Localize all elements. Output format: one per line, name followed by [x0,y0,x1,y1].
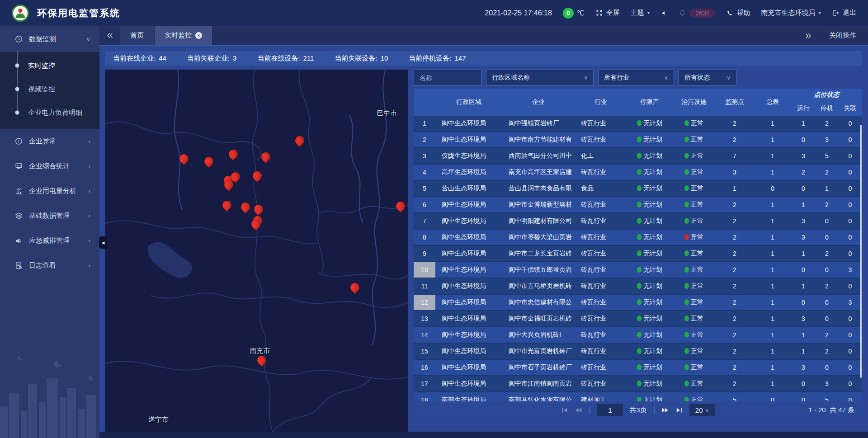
cell-lost: 0 [839,185,862,192]
sidebar-chevron-icon: ‹ [89,212,90,219]
mute-button[interactable] [660,9,668,17]
table-row[interactable]: 7 阆中生态环境局 阆中明阳建材有限公司 砖瓦行业 无计划 正常 2 1 3 0… [414,213,862,230]
cell-industry: 建材加工 [575,396,627,401]
cell-lost: 0 [839,136,862,143]
cell-region: 阆中生态环境局 [435,250,502,258]
cell-index: 17 [414,376,435,391]
table-row[interactable]: 1 阆中生态环境局 阆中强锐页岩砖厂 砖瓦行业 无计划 正常 2 1 1 2 0 [414,116,862,132]
sidebar-item[interactable]: 企业综合统计 ‹ [0,154,99,179]
first-page-button[interactable] [561,406,568,414]
cell-industry: 砖瓦行业 [575,282,627,290]
cell-facility-status: 正常 [672,184,716,193]
sidebar-item[interactable]: 企业用电量分析 ‹ [0,179,99,203]
sidebar-subitem[interactable]: 视频监控 [0,77,99,101]
status-dot-icon [684,299,689,305]
map-collapse-button[interactable]: ◀ [99,236,107,249]
table-row[interactable]: 2 阆中生态环境局 阆中市南方节能建材有 砖瓦行业 无计划 正常 2 1 0 3… [414,132,862,148]
table-row[interactable]: 12 阆中生态环境局 阆中市忠信建材有限公 砖瓦行业 无计划 正常 2 1 0 … [414,295,862,311]
map[interactable]: 巴中市 南充市 遂宁市 [105,70,408,432]
tabs-scroll-left-button[interactable] [99,26,120,45]
table-row[interactable]: 8 阆中生态环境局 阆中市枣碧大梁山页岩 砖瓦行业 无计划 异常 2 1 3 0… [414,230,862,246]
map-roads [105,70,408,432]
next-page-button[interactable] [661,406,669,414]
table-row[interactable]: 15 阆中生态环境局 阆中市光富页岩机砖厂 砖瓦行业 无计划 正常 2 1 1 … [414,344,862,360]
status-dot-icon [637,218,642,224]
notifications-button[interactable]: 2632 [679,9,715,18]
region-filter-select[interactable]: 行政区域名称 ∨ [486,70,594,86]
sidebar-item[interactable]: 基础数据管理 ‹ [0,203,99,228]
cell-points: 2 [716,120,754,127]
prev-page-button[interactable] [575,406,582,414]
tab[interactable]: 首页 [120,26,154,45]
help-button[interactable]: 帮助 [726,9,750,17]
table-row[interactable]: 14 阆中生态环境局 阆中大兴页岩机砖厂 砖瓦行业 无计划 正常 2 1 1 2… [414,327,862,344]
status-dot-icon [684,283,689,289]
fullscreen-button[interactable]: 全屏 [595,9,620,17]
status-dot-icon [637,169,642,175]
cell-facility-status: 正常 [672,250,716,258]
content-area: 当前在线企业: 44 当前失联企业: 3 当前在线设备: 211 当前失联设备:… [99,45,868,432]
cell-run: 3 [792,234,815,241]
cell-stop: 2 [815,201,839,208]
sidebar-item-label: 企业用电量分析 [29,187,76,195]
table-row[interactable]: 13 阆中生态环境局 阆中市金福旺页岩机砖 砖瓦行业 无计划 正常 2 1 3 … [414,311,862,327]
cell-lost: 0 [839,234,862,241]
tab[interactable]: 实时监控 ✕ [155,26,212,45]
logout-button[interactable]: 退出 [832,9,856,17]
tab-close-icon[interactable]: ✕ [195,32,202,39]
status-dot-icon [684,234,689,240]
table-scrollbar[interactable] [860,116,862,401]
tabs-scroll-right-button[interactable] [804,31,812,40]
sidebar-subitem[interactable]: 实时监控 [0,54,99,77]
cell-index: 10 [414,262,435,278]
table-row[interactable]: 5 营山生态环境局 营山县润丰肉食品有限 食品 无计划 正常 1 0 0 1 0 [414,181,862,197]
cell-industry: 砖瓦行业 [575,363,627,372]
cell-run: 1 [792,331,815,339]
cell-index: 12 [414,295,435,310]
stat-value: 10 [381,54,388,63]
cell-limit-status: 无计划 [627,184,672,193]
sidebar-item[interactable]: 日志查看 ‹ [0,253,99,278]
page-size-select[interactable]: 20 ∨ [689,404,715,416]
name-filter-input[interactable] [414,70,481,86]
gauge-icon [14,35,23,43]
sidebar-item[interactable]: 数据监测 ∨ [0,26,99,52]
table-row[interactable]: 3 仪陇生态环境局 西南油气田分公司川中 化工 无计划 正常 7 1 3 5 0 [414,148,862,165]
sidebar-subitem[interactable]: 企业电力负荷明细 [0,101,99,124]
pagination-range: 1 - 20 共 47 条 [808,406,854,414]
table-row[interactable]: 17 阆中生态环境局 阆中市江南镇阆南页岩 砖瓦行业 无计划 正常 2 1 0 … [414,376,862,392]
cell-run: 0 [792,136,815,143]
cell-points: 2 [716,234,754,241]
phone-icon [726,9,733,17]
theme-dropdown[interactable]: 主题 ▾ [631,9,650,17]
cell-region: 阆中生态环境局 [435,136,502,144]
table-row[interactable]: 11 阆中生态环境局 阆中市五马桥页岩机砖 砖瓦行业 无计划 正常 2 1 1 … [414,278,862,295]
cell-industry: 砖瓦行业 [575,233,627,241]
status-filter-select[interactable]: 所有状态 ∨ [679,70,736,86]
sidebar-item[interactable]: 应急减排管理 ‹ [0,228,99,253]
table-row[interactable]: 9 阆中生态环境局 阆中市二龙长宝页岩砖 砖瓦行业 无计划 正常 2 1 1 2… [414,246,862,262]
cell-points: 2 [716,331,754,339]
scrollbar-thumb[interactable] [860,125,862,378]
table-row[interactable]: 10 阆中生态环境局 阆中千佛镇五郎垭页岩 砖瓦行业 无计划 正常 2 1 0 … [414,262,862,278]
cell-index: 8 [414,230,435,245]
table-row[interactable]: 18 南部生态环境局 南部县弘化水泥有限公 建材加工 无计划 正常 5 0 0 … [414,392,862,401]
table-row[interactable]: 4 高坪生态环境局 南充市高坪区王家店建 砖瓦行业 无计划 正常 3 1 2 2… [414,165,862,181]
org-dropdown[interactable]: 南充市生态环境局 ▾ [761,9,821,17]
table-row[interactable]: 6 阆中生态环境局 阆中市金博瑞新型墙材 砖瓦行业 无计划 正常 2 1 1 2… [414,197,862,213]
cell-lost: 0 [839,283,862,290]
cell-run: 3 [792,152,815,160]
megaphone-icon [14,236,23,245]
page-number-input[interactable]: 1 [597,404,623,416]
cell-lost: 0 [839,120,862,127]
last-page-button[interactable] [675,406,683,414]
cell-region: 阆中生态环境局 [435,380,502,388]
cell-stop: 2 [815,331,839,339]
header-region: 行政区域 [435,89,502,116]
table-row[interactable]: 16 阆中生态环境局 阆中市石子页岩机砖厂 砖瓦行业 无计划 正常 2 1 3 … [414,360,862,376]
sidebar-item[interactable]: 企业异常 ‹ [0,129,99,154]
industry-filter-select[interactable]: 所有行业 ∨ [598,70,674,86]
cell-limit-status: 无计划 [627,201,672,209]
close-operations-button[interactable]: 关闭操作 [829,31,856,40]
temperature-badge: 0 [563,8,574,19]
